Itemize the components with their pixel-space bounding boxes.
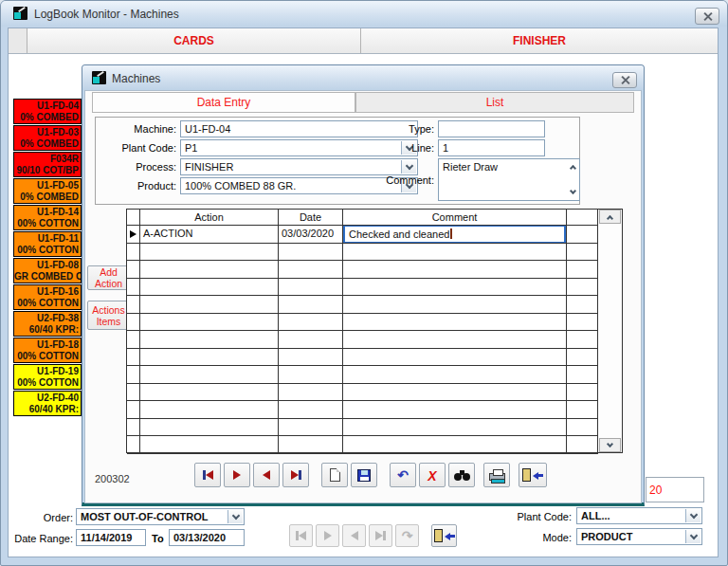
grid-empty-row[interactable]: [127, 261, 622, 279]
tab-data-entry[interactable]: Data Entry: [92, 92, 355, 113]
comment-cell-editor[interactable]: Checked and cleaned: [343, 226, 566, 244]
machine-card[interactable]: F034R 90/10 COT/BP: [13, 152, 82, 177]
save-button[interactable]: [351, 463, 377, 487]
move-previous-button[interactable]: [253, 463, 280, 487]
comment-cell[interactable]: Checked and cleaned: [343, 226, 567, 244]
date-cell[interactable]: 03/03/2020: [279, 226, 343, 244]
dialog-exit-button[interactable]: [519, 463, 547, 487]
order-select[interactable]: MOST OUT-OF-CONTROL: [76, 508, 245, 525]
action-cell[interactable]: [140, 331, 279, 349]
undo-button[interactable]: ↶: [390, 463, 416, 487]
date-cell[interactable]: [279, 296, 343, 314]
date-cell[interactable]: [279, 331, 343, 349]
comment-cell[interactable]: [343, 419, 567, 437]
machine-card[interactable]: U2-FD-40 60/40 KPR:: [13, 391, 82, 416]
comment-cell[interactable]: [343, 366, 567, 384]
date-cell[interactable]: [279, 366, 343, 384]
move-last-button[interactable]: [369, 524, 392, 547]
action-cell[interactable]: [140, 419, 279, 437]
tab-cards[interactable]: CARDS: [27, 28, 361, 53]
machine-card[interactable]: U2-FD-38 60/40 KPR:: [13, 311, 82, 337]
machine-card[interactable]: U1-FD-03 0% COMBED: [13, 125, 82, 151]
type-input[interactable]: [438, 120, 545, 137]
comment-cell[interactable]: [343, 296, 567, 314]
comment-cell[interactable]: [343, 244, 567, 262]
action-cell[interactable]: [140, 384, 279, 402]
redo-button[interactable]: ↷: [395, 524, 419, 547]
plant-code-select[interactable]: ALL...: [576, 507, 702, 524]
action-cell[interactable]: [140, 366, 279, 384]
line-input[interactable]: 1: [438, 139, 545, 156]
chevron-down-icon[interactable]: [685, 509, 701, 522]
print-button[interactable]: [483, 463, 510, 487]
chevron-down-icon[interactable]: [685, 530, 701, 543]
process-select[interactable]: FINISHER: [180, 158, 418, 175]
grid-data-row[interactable]: A-ACTION 03/03/2020 Checked and cleaned: [127, 226, 622, 244]
chevron-up-icon[interactable]: [568, 163, 577, 171]
date-cell[interactable]: [279, 384, 343, 402]
main-close-button[interactable]: [695, 8, 719, 25]
action-cell[interactable]: [140, 296, 279, 314]
grid-empty-row[interactable]: [127, 244, 622, 262]
action-column-header[interactable]: Action: [140, 210, 279, 226]
grid-empty-row[interactable]: [127, 436, 622, 454]
comment-input[interactable]: Rieter Draw: [438, 158, 580, 201]
dialog-titlebar[interactable]: Machines: [82, 65, 644, 90]
move-first-button[interactable]: [289, 524, 313, 547]
chevron-down-icon[interactable]: [568, 189, 577, 196]
add-action-button[interactable]: Add Action: [87, 265, 130, 290]
action-cell[interactable]: [140, 314, 279, 332]
scroll-up-button[interactable]: [599, 210, 621, 224]
comment-cell[interactable]: [343, 279, 567, 297]
comment-cell[interactable]: [343, 331, 567, 349]
comment-column-header[interactable]: Comment: [343, 210, 567, 226]
action-cell[interactable]: [140, 401, 279, 419]
chevron-down-icon[interactable]: [401, 160, 416, 173]
grid-empty-row[interactable]: [127, 349, 622, 367]
find-button[interactable]: [448, 463, 475, 487]
machine-card[interactable]: U1-FD-08 GR COMBED C: [13, 258, 82, 283]
comment-cell[interactable]: [343, 401, 567, 419]
tab-list[interactable]: List: [355, 92, 634, 113]
date-cell[interactable]: [279, 261, 343, 279]
mode-select[interactable]: PRODUCT: [576, 528, 702, 545]
date-cell[interactable]: [279, 401, 343, 419]
grid-empty-row[interactable]: [127, 314, 622, 332]
machine-card[interactable]: U1-FD-14 00% COTTON: [13, 205, 82, 230]
date-cell[interactable]: [279, 436, 343, 454]
comment-cell[interactable]: [343, 314, 567, 332]
actions-items-button[interactable]: Actions Items: [87, 301, 130, 330]
chevron-down-icon[interactable]: [228, 510, 243, 523]
machine-card[interactable]: U1-FD-05 0% COMBED: [13, 178, 82, 204]
date-cell[interactable]: [279, 419, 343, 437]
grid-empty-row[interactable]: [127, 296, 622, 314]
grid-empty-row[interactable]: [127, 366, 622, 384]
grid-empty-row[interactable]: [127, 419, 622, 437]
action-cell[interactable]: [140, 436, 279, 454]
move-previous-button[interactable]: [342, 524, 366, 547]
action-cell[interactable]: [140, 279, 279, 297]
date-cell[interactable]: [279, 349, 343, 367]
date-cell[interactable]: [279, 244, 343, 262]
action-cell[interactable]: A-ACTION: [140, 226, 279, 244]
machine-card[interactable]: U1-FD-16 00% COTTON: [13, 284, 82, 310]
date-column-header[interactable]: Date: [279, 210, 343, 226]
move-first-button[interactable]: [194, 463, 221, 487]
machine-card[interactable]: U1-FD-04 0% COMBED: [13, 99, 82, 124]
grid-empty-row[interactable]: [127, 384, 622, 402]
move-last-button[interactable]: [282, 463, 309, 487]
date-from-input[interactable]: 11/14/2019: [76, 529, 146, 546]
new-record-button[interactable]: [321, 463, 348, 487]
comment-cell[interactable]: [343, 349, 567, 367]
dialog-close-button[interactable]: [612, 72, 637, 88]
move-next-button[interactable]: [224, 463, 250, 487]
machine-card[interactable]: U1-FD-19 00% COTTON: [13, 364, 82, 390]
comment-cell[interactable]: [343, 436, 567, 454]
action-cell[interactable]: [140, 349, 279, 367]
comment-cell[interactable]: [343, 261, 567, 279]
grid-empty-row[interactable]: [127, 401, 622, 419]
date-cell[interactable]: [279, 279, 343, 297]
machine-card[interactable]: U1-FD-18 00% COTTON: [13, 338, 82, 363]
grid-scrollbar[interactable]: [597, 210, 622, 452]
scroll-down-button[interactable]: [599, 438, 621, 452]
